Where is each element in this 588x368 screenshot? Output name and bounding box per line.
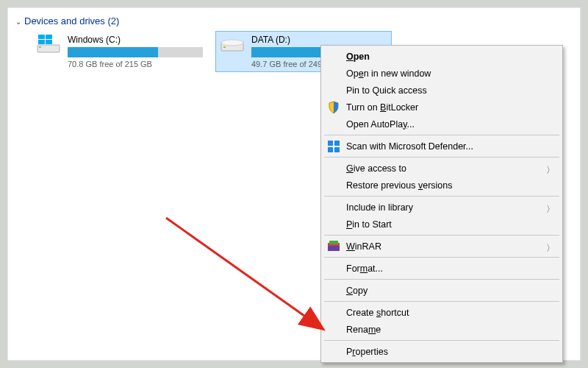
separator <box>324 157 559 158</box>
ctx-autoplay[interactable]: Open AutoPlay... <box>323 116 561 132</box>
submenu-arrow-icon: 〉 <box>546 242 555 255</box>
separator <box>324 235 559 236</box>
ctx-pin-start[interactable]: Pin to Start <box>323 216 561 233</box>
capacity-bar <box>68 47 203 57</box>
svg-rect-15 <box>329 241 338 244</box>
ctx-restore-versions[interactable]: Restore previous versions <box>323 177 561 194</box>
shield-icon <box>327 101 340 114</box>
ctx-copy[interactable]: Copy <box>323 282 561 299</box>
separator <box>324 196 559 197</box>
svg-rect-2 <box>38 35 45 39</box>
ctx-label: Open in new window <box>346 68 431 79</box>
ctx-label: Pin to Start <box>346 219 392 230</box>
separator <box>324 257 559 258</box>
explorer-window: ⌄ Devices and drives (2) Windows (C:) <box>7 7 581 361</box>
ctx-give-access[interactable]: Give access to〉 <box>323 160 561 177</box>
submenu-arrow-icon: 〉 <box>546 203 555 216</box>
ctx-rename[interactable]: Rename <box>323 321 561 338</box>
ctx-label: Copy <box>346 286 368 296</box>
ctx-label: Pin to Quick access <box>346 85 427 96</box>
capacity-fill <box>68 47 158 57</box>
ctx-label: Properties <box>346 347 388 357</box>
separator <box>324 340 559 341</box>
svg-rect-5 <box>46 40 52 44</box>
ctx-defender[interactable]: Scan with Microsoft Defender... <box>323 138 561 155</box>
svg-rect-10 <box>334 141 340 146</box>
svg-line-16 <box>166 218 322 328</box>
drive-hdd-icon <box>220 35 245 55</box>
defender-icon <box>327 140 340 153</box>
ctx-winrar[interactable]: WinRAR〉 <box>323 238 561 255</box>
svg-rect-4 <box>38 40 45 44</box>
chevron-down-icon: ⌄ <box>15 18 21 26</box>
drive-os-icon <box>37 35 62 55</box>
ctx-label: Give access to <box>346 163 406 174</box>
drive-info: Windows (C:) 70.8 GB free of 215 GB <box>68 35 203 68</box>
ctx-label: Open AutoPlay... <box>346 119 415 130</box>
drive-free-text: 70.8 GB free of 215 GB <box>68 60 203 68</box>
svg-rect-3 <box>46 35 52 39</box>
drive-label: Windows (C:) <box>68 35 203 47</box>
separator <box>324 135 559 135</box>
separator <box>324 279 559 280</box>
svg-rect-11 <box>328 147 333 152</box>
ctx-label: Restore previous versions <box>346 180 453 191</box>
section-title: Devices and drives (2) <box>24 15 119 26</box>
svg-rect-1 <box>39 46 41 48</box>
ctx-pin-quick-access[interactable]: Pin to Quick access <box>323 82 561 99</box>
winrar-icon <box>327 240 340 253</box>
svg-point-7 <box>221 40 243 46</box>
ctx-label: Rename <box>346 325 381 335</box>
ctx-format[interactable]: Format... <box>323 260 561 277</box>
separator <box>324 301 559 302</box>
ctx-label: Scan with Microsoft Defender... <box>346 141 473 152</box>
submenu-arrow-icon: 〉 <box>546 164 555 177</box>
ctx-label: Open <box>346 52 370 62</box>
ctx-label: Turn on BitLocker <box>346 102 418 113</box>
ctx-label: Format... <box>346 263 383 274</box>
ctx-properties[interactable]: Properties <box>323 343 561 360</box>
section-header-devices[interactable]: ⌄ Devices and drives (2) <box>15 13 574 31</box>
ctx-label: WinRAR <box>346 241 381 252</box>
svg-rect-8 <box>223 46 226 48</box>
ctx-open[interactable]: Open <box>323 48 561 65</box>
ctx-bitlocker[interactable]: Turn on BitLocker <box>323 99 561 116</box>
ctx-open-new-window[interactable]: Open in new window <box>323 65 561 82</box>
ctx-create-shortcut[interactable]: Create shortcut <box>323 304 561 321</box>
context-menu: Open Open in new window Pin to Quick acc… <box>320 45 563 363</box>
ctx-label: Create shortcut <box>346 308 409 318</box>
ctx-label: Include in library <box>346 202 413 213</box>
svg-rect-9 <box>328 141 333 146</box>
svg-rect-12 <box>334 147 340 152</box>
content-area: ⌄ Devices and drives (2) Windows (C:) <box>8 8 580 72</box>
ctx-include-library[interactable]: Include in library〉 <box>323 199 561 216</box>
svg-rect-0 <box>37 45 60 52</box>
drive-windows-c[interactable]: Windows (C:) 70.8 GB free of 215 GB <box>32 31 208 72</box>
